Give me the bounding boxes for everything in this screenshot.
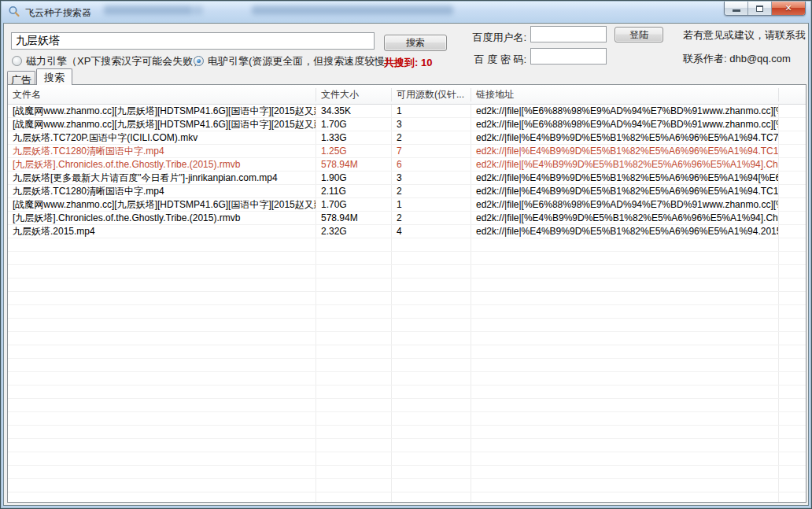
cell-size	[316, 479, 392, 492]
cell-filler	[779, 452, 806, 465]
empty-table-row	[8, 319, 806, 332]
cell-name	[8, 385, 316, 398]
table-row[interactable]: 九层妖塔.TC1280清晰国语中字.mp42.11G2ed2k://|file|…	[8, 185, 806, 198]
radio-donkey-label: 电驴引擎(资源更全面，但搜索速度较慢)	[208, 54, 389, 68]
header-file-name[interactable]: 文件名	[8, 88, 316, 101]
cell-sources	[392, 452, 471, 465]
result-count: 共搜到: 10	[384, 56, 432, 70]
header-link[interactable]: 链接地址	[471, 88, 779, 101]
cell-filler	[779, 305, 806, 318]
cell-link	[471, 278, 779, 291]
cell-name	[8, 332, 316, 345]
empty-table-row	[8, 252, 806, 265]
cell-name	[8, 265, 316, 278]
cell-size	[316, 292, 392, 304]
cell-sources	[392, 372, 471, 385]
titlebar[interactable]: 飞云种子搜索器 ✕	[2, 2, 810, 23]
cell-size: 578.94M	[316, 212, 392, 224]
header-file-size[interactable]: 文件大小	[316, 88, 392, 101]
cell-link: ed2k://|file|[%E4%B9%9D%E5%B1%82%E5%A6%9…	[471, 158, 779, 171]
search-input[interactable]	[11, 32, 375, 50]
login-button[interactable]: 登陆	[615, 27, 663, 42]
search-button[interactable]: 搜索	[384, 35, 447, 51]
maximize-icon	[756, 6, 763, 12]
maximize-button[interactable]	[748, 2, 772, 15]
table-row[interactable]: [战魔网www.zhanmo.cc][九层妖塔][HDTSMP41.6G][国语…	[8, 118, 806, 131]
cell-filler	[779, 292, 806, 304]
cell-name: [战魔网www.zhanmo.cc][九层妖塔][HDTSMP41.6G][国语…	[8, 198, 316, 211]
cell-name	[8, 252, 316, 264]
empty-table-row	[8, 332, 806, 345]
header-sources[interactable]: 可用源数(仅针...	[392, 88, 471, 101]
cell-sources	[392, 466, 471, 478]
tab-ads[interactable]: 广告	[7, 71, 35, 84]
cell-link	[471, 426, 779, 438]
contact-author: 联系作者: dhb@qq.com	[683, 52, 791, 66]
blurred-region	[192, 6, 203, 15]
cell-name	[8, 452, 316, 465]
cell-name: [九层妖塔].Chronicles.of.the.Ghostly.Tribe.(…	[8, 158, 316, 171]
cell-sources	[392, 492, 471, 503]
cell-sources: 3	[392, 172, 471, 184]
table-row[interactable]: 九层妖塔.2015.mp42.32G4ed2k://|file|%E4%B9%9…	[8, 225, 806, 238]
cell-name: 九层妖塔.TC720P.国语中字(ICILI.COM).mkv	[8, 131, 316, 144]
table-row[interactable]: [战魔网www.zhanmo.cc][九层妖塔][HDTSMP41.6G][国语…	[8, 198, 806, 212]
table-row[interactable]: [战魔网www.zhanmo.cc][九层妖塔][HDTSMP41.6G][国语…	[8, 105, 806, 118]
app-magnifier-icon	[8, 6, 20, 18]
cell-link: ed2k://|file|%E4%B9%9D%E5%B1%82%E5%A6%96…	[471, 131, 779, 144]
cell-link	[471, 345, 779, 358]
cell-size	[316, 265, 392, 278]
cell-size	[316, 359, 392, 371]
table-row[interactable]: 九层妖塔.TC720P.国语中字(ICILI.COM).mkv1.33G2ed2…	[8, 131, 806, 145]
tab-search[interactable]: 搜索	[36, 68, 72, 85]
cell-name: [九层妖塔].Chronicles.of.the.Ghostly.Tribe.(…	[8, 212, 316, 224]
close-button[interactable]: ✕	[772, 2, 805, 15]
baidu-password-label: 百 度 密 码:	[467, 53, 526, 67]
window-title: 飞云种子搜索器	[25, 6, 91, 20]
cell-size	[316, 426, 392, 438]
blurred-region	[104, 6, 192, 15]
empty-table-row	[8, 292, 806, 305]
empty-table-row	[8, 385, 806, 399]
cell-size: 34.35K	[316, 105, 392, 117]
cell-name	[8, 305, 316, 318]
baidu-username-label: 百度用户名:	[467, 31, 526, 45]
cell-name: 九层妖塔.TC1280清晰国语中字.mp4	[8, 145, 316, 157]
table-row[interactable]: [九层妖塔].Chronicles.of.the.Ghostly.Tribe.(…	[8, 212, 806, 225]
cell-size	[316, 412, 392, 425]
baidu-username-input[interactable]	[530, 26, 607, 42]
empty-table-row	[8, 466, 806, 479]
cell-filler	[779, 212, 806, 224]
results-table: 文件名 文件大小 可用源数(仅针... 链接地址 [战魔网www.zhanmo.…	[7, 84, 806, 503]
cell-size	[316, 452, 392, 465]
cell-name	[8, 492, 316, 503]
cell-filler	[779, 492, 806, 503]
cell-link	[471, 305, 779, 318]
cell-name	[8, 292, 316, 304]
cell-link	[471, 372, 779, 385]
radio-donkey-engine[interactable]: 电驴引擎(资源更全面，但搜索速度较慢)	[194, 55, 389, 67]
cell-link	[471, 412, 779, 425]
cell-sources: 3	[392, 118, 471, 131]
cell-size	[316, 466, 392, 478]
radio-magnet-engine[interactable]: 磁力引擎（XP下搜索汉字可能会失败）	[12, 55, 203, 67]
cell-filler	[779, 319, 806, 331]
cell-sources	[392, 426, 471, 438]
cell-sources	[392, 278, 471, 291]
cell-link	[471, 319, 779, 331]
minimize-button[interactable]	[725, 2, 748, 15]
cell-size: 1.70G	[316, 118, 392, 131]
table-row[interactable]: 九层妖塔.TC1280清晰国语中字.mp41.25G7ed2k://|file|…	[8, 145, 806, 158]
cell-filler	[779, 265, 806, 278]
cell-sources	[392, 399, 471, 411]
cell-link: ed2k://|file|%E4%B9%9D%E5%B1%82%E5%A6%96…	[471, 145, 779, 157]
table-row[interactable]: [九层妖塔].Chronicles.of.the.Ghostly.Tribe.(…	[8, 158, 806, 172]
cell-name	[8, 319, 316, 331]
baidu-password-input[interactable]	[530, 48, 607, 65]
cell-sources: 2	[392, 212, 471, 224]
cell-name	[8, 238, 316, 251]
cell-name	[8, 439, 316, 452]
cell-filler	[779, 439, 806, 452]
table-row[interactable]: 九层妖塔[更多最新大片请百度"今日看片"]-jinrikanpian.com.m…	[8, 172, 806, 185]
cell-filler	[779, 238, 806, 251]
